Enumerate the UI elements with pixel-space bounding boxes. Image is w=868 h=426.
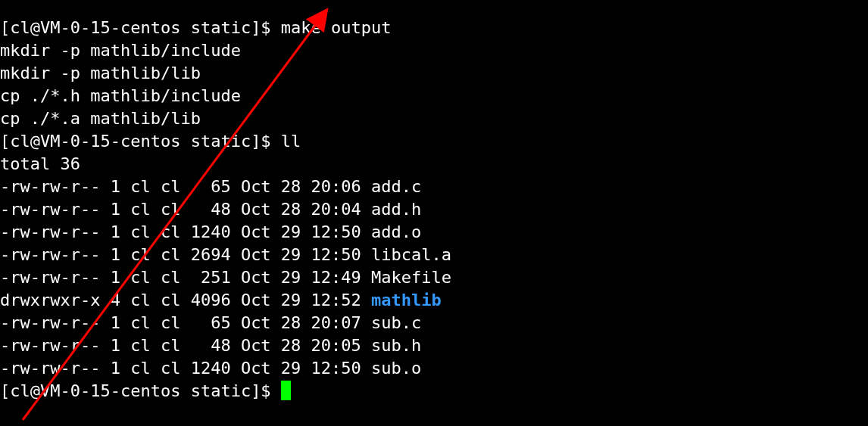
- terminal-output: [cl@VM-0-15-centos static]$ make output …: [0, 17, 868, 403]
- cursor: [281, 381, 291, 400]
